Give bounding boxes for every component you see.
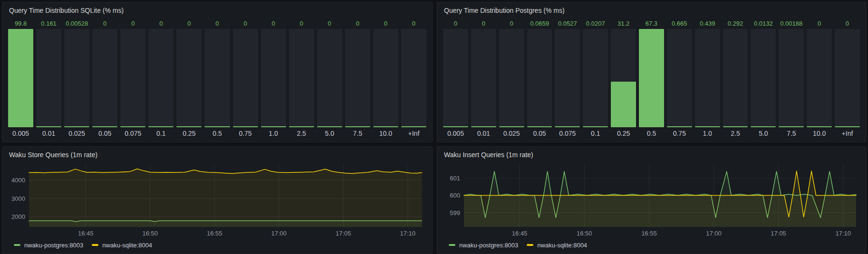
x-tick-label: 17:00 — [271, 230, 287, 237]
bar-value-label: 0.161 — [36, 19, 61, 29]
bar-value-label: 0.0207 — [583, 19, 608, 29]
x-tick-label: 17:10 — [836, 230, 851, 237]
panel-title-postgres[interactable]: Query Time Distribution Postgres (% ms) — [442, 5, 861, 16]
legend-swatch-green — [14, 244, 20, 246]
panel-title-sqlite[interactable]: Query Time Distribution SQLite (% ms) — [7, 5, 427, 16]
legend-item-nwaku-sqlite[interactable]: nwaku-sqlite:8004 — [92, 242, 152, 249]
bar-track — [345, 29, 370, 127]
legend-swatch-green — [449, 244, 455, 246]
legend-item-nwaku-sqlite[interactable]: nwaku-sqlite:8004 — [527, 242, 587, 249]
bar-track — [401, 29, 426, 127]
bar-value-label: 0.0527 — [555, 19, 580, 29]
bar-x-label: 0.75 — [233, 127, 258, 139]
chart-canvas[interactable]: 20003000400016:4516:5016:5517:0017:0517:… — [7, 160, 427, 239]
bar-fill — [835, 126, 860, 127]
bar-x-label: +Inf — [835, 127, 860, 139]
chart-canvas[interactable]: 59960060116:4516:5016:5517:0017:0517:10 — [442, 160, 861, 239]
bar-column: 0.2922.5 — [723, 19, 748, 139]
insert-queries-legend: nwaku-postgres:8003 nwaku-sqlite:8004 — [442, 239, 861, 251]
bar-value-label: 0 — [401, 19, 426, 29]
bar-track — [92, 29, 117, 127]
bar-track — [723, 29, 748, 127]
bar-fill — [639, 29, 664, 127]
bar-value-label: 0.439 — [695, 19, 720, 29]
bar-fill — [204, 126, 230, 127]
bar-x-label: 0.01 — [36, 127, 61, 139]
y-tick-label: 601 — [450, 175, 460, 182]
legend-item-nwaku-postgres[interactable]: nwaku-postgres:8003 — [449, 242, 518, 249]
bar-value-label: 0 — [807, 19, 832, 29]
bar-track — [289, 29, 314, 127]
bar-column: 07.5 — [345, 19, 370, 139]
y-tick-label: 4000 — [11, 177, 25, 184]
legend-swatch-yellow — [92, 244, 98, 246]
panel-title-store-queries[interactable]: Waku Store Queries (1m rate) — [7, 150, 427, 160]
x-tick-label: 16:50 — [143, 230, 158, 237]
bar-gauge-sqlite[interactable]: 99.80.0050.1610.010.005280.02500.0500.07… — [7, 16, 427, 139]
bar-x-label: 0.075 — [120, 127, 145, 139]
bar-fill — [92, 126, 117, 127]
bar-column: 00.1 — [148, 19, 174, 139]
bar-fill — [176, 126, 202, 127]
bar-fill — [807, 126, 832, 127]
y-tick-label: 599 — [450, 209, 460, 216]
bar-value-label: 0.00528 — [64, 19, 89, 29]
bar-x-label: 10.0 — [807, 127, 832, 139]
bar-column: 00.075 — [120, 19, 145, 139]
legend-swatch-yellow — [527, 244, 533, 246]
bar-fill — [611, 82, 636, 127]
bar-track — [527, 29, 552, 127]
bar-column: 99.80.005 — [8, 19, 33, 139]
bar-track — [667, 29, 692, 127]
x-tick-label: 16:55 — [641, 230, 657, 237]
bar-column: 0+Inf — [835, 19, 860, 139]
x-tick-label: 17:10 — [400, 230, 416, 237]
bar-x-label: 0.025 — [64, 127, 89, 139]
bar-track — [64, 29, 89, 127]
bar-x-label: 0.1 — [148, 127, 174, 139]
legend-item-nwaku-postgres[interactable]: nwaku-postgres:8003 — [14, 242, 83, 249]
bar-x-label: 0.01 — [471, 127, 496, 139]
bar-fill — [583, 126, 608, 127]
bar-fill — [289, 126, 314, 127]
bar-column: 0.06590.05 — [527, 19, 552, 139]
bar-track — [36, 29, 61, 127]
insert-queries-chart[interactable]: 59960060116:4516:5016:5517:0017:0517:10 — [442, 160, 861, 239]
bar-x-label: 0.05 — [527, 127, 552, 139]
store-queries-legend: nwaku-postgres:8003 nwaku-sqlite:8004 — [7, 239, 427, 251]
bar-value-label: 0 — [289, 19, 314, 29]
bar-column: 0.005280.025 — [64, 19, 89, 139]
bar-x-label: 0.5 — [639, 127, 664, 139]
y-tick-label: 3000 — [11, 195, 25, 202]
bar-fill — [373, 126, 398, 127]
bar-gauge-postgres[interactable]: 00.00500.0100.0250.06590.050.05270.0750.… — [442, 16, 861, 139]
bar-value-label: 0 — [204, 19, 230, 29]
bar-track — [176, 29, 202, 127]
bar-track — [8, 29, 33, 127]
bar-track — [373, 29, 398, 127]
bar-track — [611, 29, 636, 127]
bar-track — [835, 29, 860, 127]
bar-column: 00.01 — [471, 19, 496, 139]
legend-label: nwaku-sqlite:8004 — [537, 242, 587, 249]
bar-value-label: 0 — [443, 19, 468, 29]
bar-value-label: 0 — [499, 19, 524, 29]
bar-column: 010.0 — [373, 19, 398, 139]
x-tick-label: 16:50 — [577, 230, 592, 237]
bar-column: 00.5 — [204, 19, 230, 139]
bar-value-label: 0 — [471, 19, 496, 29]
bar-column: 00.25 — [176, 19, 202, 139]
bar-column: 010.0 — [807, 19, 832, 139]
bar-column: 0.02070.1 — [583, 19, 608, 139]
x-tick-label: 17:05 — [771, 230, 786, 237]
bar-track — [807, 29, 832, 127]
panel-title-insert-queries[interactable]: Waku Insert Queries (1m rate) — [442, 150, 861, 160]
bar-fill — [779, 126, 804, 127]
bar-track — [204, 29, 230, 127]
bar-fill — [401, 126, 426, 127]
store-queries-chart[interactable]: 20003000400016:4516:5016:5517:0017:0517:… — [7, 160, 427, 239]
bar-fill — [64, 126, 89, 127]
bar-track — [695, 29, 720, 127]
panel-query-time-postgres: Query Time Distribution Postgres (% ms) … — [437, 2, 866, 142]
bar-track — [555, 29, 580, 127]
